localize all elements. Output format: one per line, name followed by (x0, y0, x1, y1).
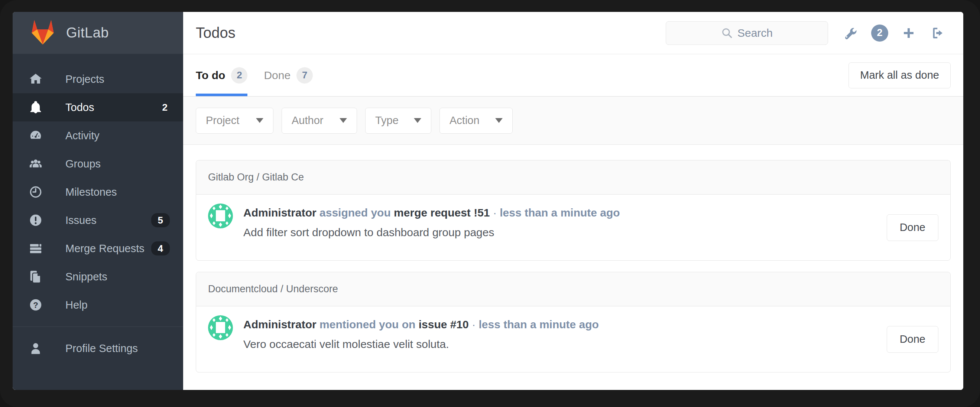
question-circle-icon: ? (28, 297, 43, 312)
brand-name: GitLab (66, 25, 109, 41)
todo-title: Administrator assigned you merge request… (243, 204, 620, 222)
page-title: Todos (196, 24, 235, 41)
todo-text: Administrator assigned you merge request… (243, 204, 620, 241)
done-button[interactable]: Done (887, 214, 939, 241)
todo-item: Administrator assigned you merge request… (196, 195, 950, 260)
users-icon (28, 156, 43, 171)
sign-out-icon[interactable] (929, 24, 946, 41)
chevron-down-icon (414, 118, 421, 123)
tab-done-count: 7 (296, 67, 313, 84)
sidebar-item-todos[interactable]: Todos 2 (13, 93, 183, 121)
todo-list: Gitlab Org / Gitlab Ce (183, 145, 963, 390)
todo-target-link[interactable]: merge request !51 (394, 207, 490, 219)
admin-wrench-icon[interactable] (842, 24, 859, 41)
chevron-down-icon (256, 118, 263, 123)
todo-item: Administrator mentioned you on issue #10… (196, 306, 950, 372)
sidebar-item-issues[interactable]: Issues 5 (13, 206, 183, 234)
chevron-down-icon (495, 118, 503, 123)
top-bar: Todos 2 (183, 12, 963, 54)
exclamation-circle-icon (28, 213, 43, 227)
sidebar-nav: Projects Todos 2 Activity (13, 54, 183, 362)
device-frame: GitLab Projects Todos 2 (0, 0, 980, 407)
done-button[interactable]: Done (887, 326, 939, 353)
tabs: To do 2 Done 7 (196, 54, 313, 96)
snippet-icon (28, 269, 43, 284)
todo-group-panel: Gitlab Org / Gitlab Ce (196, 160, 951, 261)
filter-author-dropdown[interactable]: Author (282, 108, 357, 134)
issues-count-badge: 5 (151, 213, 170, 227)
gitlab-app-window: GitLab Projects Todos 2 (13, 12, 963, 390)
sidebar-item-merge-requests[interactable]: Merge Requests 4 (13, 234, 183, 262)
filter-action-dropdown[interactable]: Action (439, 108, 513, 134)
svg-text:?: ? (33, 300, 38, 310)
gauge-icon (28, 128, 43, 143)
sidebar-brand[interactable]: GitLab (13, 12, 183, 54)
plus-icon[interactable] (900, 24, 917, 41)
sidebar: GitLab Projects Todos 2 (13, 12, 183, 390)
user-icon (28, 341, 43, 356)
todos-count-badge: 2 (160, 100, 170, 114)
list-icon (28, 241, 43, 256)
todo-author: Administrator (243, 318, 317, 331)
todos-bubble-count[interactable]: 2 (871, 24, 888, 41)
todo-target-link[interactable]: issue #10 (419, 318, 469, 331)
avatar[interactable] (208, 204, 233, 228)
filter-type-dropdown[interactable]: Type (365, 108, 431, 134)
chevron-down-icon (340, 118, 347, 123)
tab-done[interactable]: Done 7 (264, 54, 313, 96)
todo-text: Administrator mentioned you on issue #10… (243, 315, 599, 352)
filter-project-dropdown[interactable]: Project (196, 108, 274, 134)
tabs-row: To do 2 Done 7 Mark all as done (183, 54, 963, 97)
search-box (666, 21, 828, 45)
todo-timestamp: less than a minute ago (479, 318, 599, 331)
main-area: Todos 2 (183, 12, 963, 390)
todo-group-panel: Documentcloud / Underscore (196, 272, 951, 372)
todo-body: Vero occaecati velit molestiae velit sol… (243, 336, 599, 352)
sidebar-item-snippets[interactable]: Snippets (13, 262, 183, 291)
mark-all-as-done-button[interactable]: Mark all as done (848, 62, 951, 88)
todo-title: Administrator mentioned you on issue #10… (243, 316, 599, 334)
sidebar-item-milestones[interactable]: Milestones (13, 178, 183, 206)
merge-requests-count-badge: 4 (151, 242, 170, 256)
todo-body: Add filter sort dropdown to dashboard gr… (243, 224, 620, 241)
sidebar-item-activity[interactable]: Activity (13, 121, 183, 149)
sidebar-item-groups[interactable]: Groups (13, 149, 183, 178)
sidebar-item-projects[interactable]: Projects (13, 65, 183, 93)
filter-bar: Project Author Type Action (183, 97, 963, 145)
todo-action: mentioned you on (320, 318, 415, 331)
bell-icon (28, 100, 43, 115)
gitlab-logo-icon (28, 19, 57, 47)
todo-timestamp: less than a minute ago (500, 207, 620, 219)
tab-todo-count: 2 (231, 67, 247, 84)
clock-icon (28, 184, 43, 199)
todo-author: Administrator (243, 207, 317, 219)
tab-todo[interactable]: To do 2 (196, 54, 247, 96)
search-input[interactable] (666, 21, 828, 45)
sidebar-item-help[interactable]: ? Help (13, 291, 183, 319)
todo-action: assigned you (320, 207, 391, 219)
sidebar-divider (13, 326, 183, 327)
header-icons: 2 (842, 24, 946, 41)
sidebar-item-profile-settings[interactable]: Profile Settings (13, 334, 183, 362)
project-group-header: Gitlab Org / Gitlab Ce (196, 161, 950, 195)
avatar[interactable] (208, 315, 233, 340)
project-group-header: Documentcloud / Underscore (196, 272, 950, 306)
home-icon (28, 72, 43, 86)
